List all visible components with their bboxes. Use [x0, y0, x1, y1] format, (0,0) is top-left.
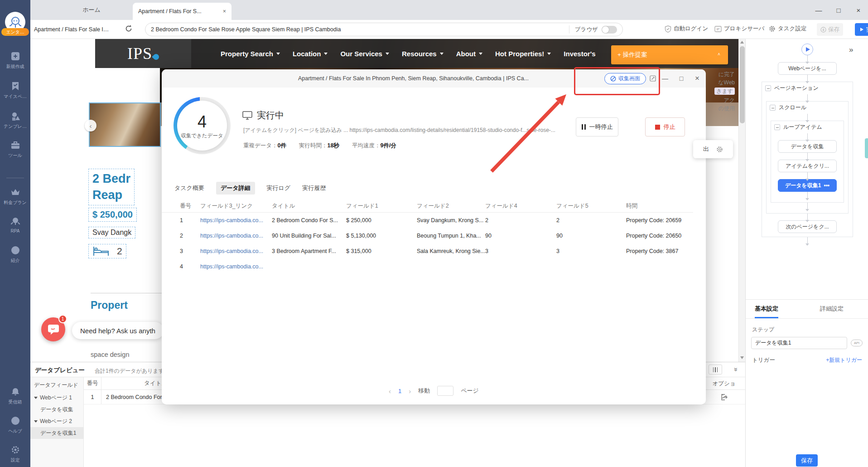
nav-resources[interactable]: Resources	[402, 50, 444, 58]
tab-data-detail[interactable]: データ詳細	[216, 182, 255, 195]
col-no: 番号	[84, 379, 101, 387]
action-suggestion-bar[interactable]: + 操作提案 ＾	[611, 45, 728, 64]
run-stats: 重複データ：0件 実行時間：18秒 平均速度：9件/分	[243, 142, 396, 150]
collapse-group-icon[interactable]	[774, 124, 780, 130]
more-options-icon[interactable]: •••	[824, 182, 829, 189]
table-row[interactable]: 2https://ips-cambodia.co...90 Unit Build…	[162, 228, 693, 243]
tab-run-log[interactable]: 実行ログ	[267, 184, 291, 192]
tab-basic-settings[interactable]: 基本設定	[755, 300, 778, 318]
scroll-up-arrow[interactable]	[740, 41, 744, 44]
shield-check-icon	[665, 25, 671, 33]
prev-page-button[interactable]: ‹	[389, 387, 391, 395]
nav-our-services[interactable]: Our Services	[340, 50, 389, 58]
sidebar-item-referral[interactable]: $ 紹介	[0, 245, 30, 264]
window-close-button[interactable]: ×	[849, 0, 868, 20]
scrollbar-thumb[interactable]	[740, 46, 745, 123]
tab-active[interactable]: Apartment / Flats For S... ×	[133, 3, 231, 20]
next-page-button[interactable]: ›	[409, 387, 411, 395]
floating-tools-panel[interactable]: 出	[693, 140, 733, 158]
columns-toggle-button[interactable]	[709, 365, 722, 375]
flow-arrow	[807, 133, 808, 140]
collapse-group-icon[interactable]	[770, 105, 776, 111]
run-table-header: 番号フィールド3_リンクタイトルフィールド1フィールド2フィールド4フィールド5…	[162, 200, 693, 213]
tree-item-collect[interactable]: データを収集	[30, 404, 83, 415]
carousel-prev-button[interactable]: ‹	[85, 120, 96, 131]
plan-badge[interactable]: エンタ…	[1, 28, 29, 36]
stop-button[interactable]: 停止	[645, 117, 685, 136]
new-trigger-link[interactable]: +新規トリガー	[826, 356, 862, 364]
tree-item-webpage1[interactable]: Webページ 1	[30, 392, 83, 404]
tab-advanced-settings[interactable]: 詳細設定	[820, 300, 844, 318]
nav-investors[interactable]: Investor's	[564, 50, 595, 58]
collapse-up-icon[interactable]: ＾	[716, 51, 722, 59]
nav-location[interactable]: Location	[293, 50, 328, 58]
step-name-input[interactable]	[751, 337, 847, 349]
sidebar-item-rpa[interactable]: RPA	[0, 216, 30, 234]
save-step-button[interactable]: 保存	[796, 454, 818, 467]
run-data-table: 番号フィールド3_リンクタイトルフィールド1フィールド2フィールド4フィールド5…	[162, 200, 693, 274]
nav-about[interactable]: About	[456, 50, 482, 58]
pause-button[interactable]: 一時停止	[576, 117, 618, 136]
listing-location[interactable]: Svay Dangk	[88, 227, 135, 238]
page-scrollbar[interactable]	[738, 39, 745, 362]
modal-close-button[interactable]: ×	[690, 69, 704, 88]
collapse-group-icon[interactable]	[765, 85, 771, 91]
side-scroll-handle[interactable]	[865, 138, 868, 158]
chat-tooltip[interactable]: Need help? Ask us anyth	[72, 322, 164, 339]
run-button[interactable]: 実行	[855, 23, 868, 36]
tree-item-webpage2[interactable]: Webページ 2	[30, 415, 83, 427]
proxy-server-button[interactable]: IP プロキシサーバ	[714, 25, 764, 33]
table-row[interactable]: 1https://ips-cambodia.co...2 Bedroom Con…	[162, 213, 693, 228]
listing-price[interactable]: $ 250,000	[88, 208, 137, 222]
collected-count: 4	[198, 112, 207, 131]
task-settings-button[interactable]: タスク設定	[769, 25, 806, 33]
api-badge-icon[interactable]: API	[851, 340, 863, 346]
workflow-start-icon[interactable]	[801, 44, 813, 55]
rpa-octopus-icon	[10, 216, 21, 227]
scroll-down-arrow[interactable]	[740, 356, 744, 359]
step-open-webpage[interactable]: Webページを...	[778, 62, 837, 75]
tree-item-collect1-selected[interactable]: データを収集1	[30, 427, 83, 439]
step-collect-data1-selected[interactable]: データを収集1 •••	[778, 179, 837, 192]
goto-page-input[interactable]	[437, 386, 453, 396]
flow-arrow	[807, 114, 808, 121]
browser-toggle-label: ブラウザ	[575, 26, 598, 34]
sidebar-item-new-task[interactable]: 新規作成	[0, 51, 30, 70]
step-click-next-page[interactable]: 次のページをク...	[778, 220, 837, 233]
sidebar-item-tools[interactable]: ツール	[0, 140, 30, 159]
url-bar[interactable]: 2 Bedroom Condo For Sale Rose Apple Squa…	[145, 23, 623, 36]
modal-maximize-button[interactable]: □	[674, 69, 689, 88]
table-row[interactable]: 4https://ips-cambodia.co...	[162, 259, 693, 274]
window-maximize-button[interactable]: □	[829, 0, 848, 20]
browser-toggle[interactable]	[602, 26, 617, 34]
tab-close-icon[interactable]: ×	[223, 8, 226, 15]
nav-property-search[interactable]: Property Search	[221, 50, 280, 58]
listing-photo-thumbnail[interactable]	[89, 102, 161, 147]
collapse-panel-icon[interactable]: »	[732, 365, 742, 375]
listing-beds[interactable]: 2	[88, 244, 126, 258]
site-logo[interactable]: IPS	[95, 39, 191, 68]
listing-title[interactable]: 2 BedrReap	[88, 169, 165, 205]
auto-login-button[interactable]: 自動ログイン	[665, 25, 708, 33]
gear-icon[interactable]	[716, 146, 723, 153]
current-page[interactable]: 1	[398, 388, 401, 394]
step-click-item[interactable]: アイテムをクリ...	[778, 160, 837, 172]
tab-run-history[interactable]: 実行履歴	[302, 184, 326, 192]
export-icon	[721, 394, 728, 400]
collected-count-label: 収集できたデータ	[181, 132, 223, 139]
window-minimize-button[interactable]: —	[809, 0, 828, 20]
sidebar-item-templates[interactable]: テンプレ…	[0, 111, 30, 130]
tab-home[interactable]: ホーム	[58, 0, 125, 20]
save-task-button[interactable]: 保存	[817, 23, 843, 36]
sidebar-item-settings[interactable]: 設定	[0, 444, 30, 463]
export-shortcut[interactable]: 出	[703, 145, 709, 153]
sidebar-item-my-space[interactable]: マイスペ…	[0, 81, 30, 100]
nav-hot-properties[interactable]: Hot Properties!	[495, 50, 551, 58]
sidebar-item-help[interactable]: ? ヘルプ	[0, 415, 30, 434]
table-row[interactable]: 3https://ips-cambodia.co...3 Bedroom Apa…	[162, 243, 693, 259]
tab-task-overview[interactable]: タスク概要	[174, 184, 204, 192]
refresh-icon[interactable]	[125, 24, 135, 34]
sidebar-item-inbox[interactable]: 受信箱	[0, 386, 30, 405]
step-collect-data[interactable]: データを収集	[778, 140, 837, 153]
sidebar-item-pricing[interactable]: 料金プラン	[0, 187, 30, 206]
